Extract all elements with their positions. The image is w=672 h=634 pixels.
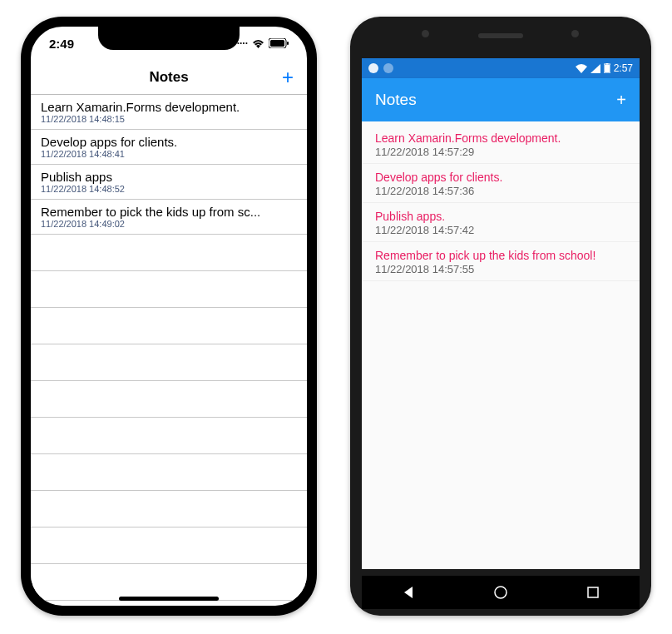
list-item[interactable]: Remember to pick the kids up from sc... … bbox=[31, 200, 307, 235]
note-title: Develop apps for clients. bbox=[41, 135, 297, 149]
list-item bbox=[31, 418, 307, 454]
android-navbar bbox=[362, 576, 640, 609]
note-date: 11/22/2018 14:57:55 bbox=[375, 263, 626, 275]
note-date: 11/22/2018 14:48:15 bbox=[41, 114, 297, 124]
wifi-icon bbox=[576, 64, 587, 73]
home-indicator[interactable] bbox=[119, 597, 219, 601]
svg-rect-2 bbox=[287, 42, 289, 45]
android-appbar: Notes + bbox=[362, 78, 640, 121]
list-item bbox=[31, 454, 307, 491]
android-notes-list[interactable]: Learn Xamarin.Forms development. 11/22/2… bbox=[362, 121, 640, 569]
back-icon[interactable] bbox=[401, 585, 416, 600]
android-camera bbox=[571, 30, 579, 37]
notification-icon bbox=[383, 63, 393, 73]
add-button[interactable]: + bbox=[616, 91, 626, 110]
svg-point-6 bbox=[495, 587, 506, 598]
ios-notes-list[interactable]: Learn Xamarin.Forms development. 11/22/2… bbox=[31, 95, 307, 601]
list-item bbox=[31, 308, 307, 344]
iphone-notch bbox=[98, 27, 240, 50]
svg-rect-4 bbox=[605, 63, 608, 65]
note-date: 11/22/2018 14:57:29 bbox=[375, 146, 626, 158]
note-date: 11/22/2018 14:48:41 bbox=[41, 149, 297, 159]
list-item bbox=[31, 564, 307, 601]
list-item[interactable]: Learn Xamarin.Forms development. 11/22/2… bbox=[362, 125, 640, 164]
list-item[interactable]: Remember to pick up the kids from school… bbox=[362, 242, 640, 281]
list-item bbox=[31, 271, 307, 308]
list-item bbox=[31, 528, 307, 564]
add-button[interactable]: + bbox=[282, 67, 294, 87]
note-date: 11/22/2018 14:57:36 bbox=[375, 185, 626, 197]
android-device: 2:57 Notes + Learn Xamarin.Forms develop… bbox=[350, 17, 651, 616]
page-title: Notes bbox=[149, 69, 188, 86]
list-item[interactable]: Publish apps 11/22/2018 14:48:52 bbox=[31, 165, 307, 200]
list-item bbox=[31, 381, 307, 418]
note-title: Develop apps for clients. bbox=[375, 171, 626, 184]
list-item[interactable]: Learn Xamarin.Forms development. 11/22/2… bbox=[31, 95, 307, 130]
list-item bbox=[31, 235, 307, 271]
notification-icon bbox=[368, 63, 378, 73]
svg-rect-1 bbox=[270, 40, 284, 47]
battery-icon bbox=[604, 63, 610, 73]
note-title: Remember to pick up the kids from school… bbox=[375, 249, 626, 262]
android-time: 2:57 bbox=[614, 62, 633, 74]
note-title: Remember to pick the kids up from sc... bbox=[41, 205, 297, 219]
list-item[interactable]: Develop apps for clients. 11/22/2018 14:… bbox=[362, 164, 640, 203]
note-date: 11/22/2018 14:48:52 bbox=[41, 184, 297, 194]
note-date: 11/22/2018 14:49:02 bbox=[41, 219, 297, 229]
wifi-icon bbox=[252, 39, 264, 48]
iphone-device: 2:49 ···· Notes + Learn Xamarin.Forms de… bbox=[21, 17, 317, 616]
list-item[interactable]: Develop apps for clients. 11/22/2018 14:… bbox=[31, 130, 307, 165]
svg-rect-7 bbox=[588, 587, 598, 597]
note-title: Learn Xamarin.Forms development. bbox=[375, 131, 626, 145]
ios-time: 2:49 bbox=[49, 37, 74, 51]
note-date: 11/22/2018 14:57:42 bbox=[375, 224, 626, 236]
android-camera bbox=[422, 30, 429, 37]
recent-icon[interactable] bbox=[586, 585, 600, 600]
list-item[interactable]: Publish apps. 11/22/2018 14:57:42 bbox=[362, 203, 640, 242]
signal-icon bbox=[590, 64, 600, 73]
page-title: Notes bbox=[375, 91, 417, 109]
android-screen: 2:57 Notes + Learn Xamarin.Forms develop… bbox=[362, 58, 640, 569]
note-title: Publish apps bbox=[41, 170, 297, 184]
android-statusbar: 2:57 bbox=[362, 58, 640, 78]
list-item bbox=[31, 491, 307, 528]
svg-rect-5 bbox=[605, 65, 610, 72]
home-icon[interactable] bbox=[493, 585, 508, 600]
android-speaker bbox=[478, 33, 523, 38]
ios-navbar: Notes + bbox=[31, 60, 307, 95]
list-item bbox=[31, 344, 307, 381]
note-title: Publish apps. bbox=[375, 210, 626, 223]
ios-status-icons: ···· bbox=[237, 37, 289, 49]
note-title: Learn Xamarin.Forms development. bbox=[41, 100, 297, 114]
battery-icon bbox=[269, 38, 289, 48]
